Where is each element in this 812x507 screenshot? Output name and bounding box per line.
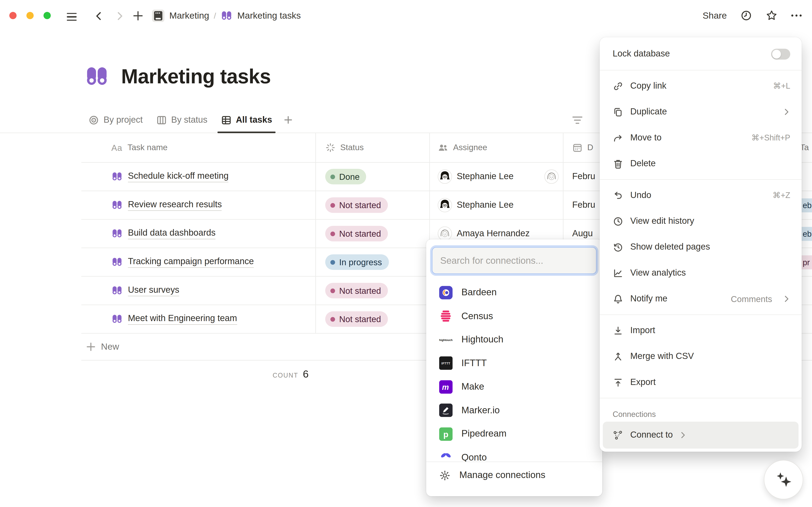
menu-item-export[interactable]: Export bbox=[600, 369, 802, 395]
connections-popup: Bardeen Census hightouch Hightouch IFTTT… bbox=[426, 239, 603, 496]
task-cell[interactable]: User surveys bbox=[81, 277, 316, 304]
menu-right-value: Comments bbox=[731, 294, 772, 304]
search-input[interactable] bbox=[432, 255, 596, 266]
assignee-cell[interactable]: Stephanie Lee bbox=[430, 191, 564, 219]
close-window-button[interactable] bbox=[9, 12, 16, 19]
gear-icon bbox=[439, 469, 451, 481]
avatar bbox=[438, 169, 452, 184]
menu-item-connect-to[interactable]: Connect to bbox=[603, 421, 799, 448]
hightouch-logo-icon: hightouch bbox=[439, 333, 453, 346]
task-cell[interactable]: Meet with Engineering team bbox=[81, 305, 316, 333]
breadcrumb-separator: / bbox=[214, 11, 216, 20]
share-button[interactable]: Share bbox=[703, 10, 727, 21]
task-cell[interactable]: Review research results bbox=[81, 191, 316, 219]
plus-icon bbox=[284, 115, 293, 124]
count-cell[interactable]: COUNT6 bbox=[81, 368, 316, 380]
breadcrumb-page[interactable]: Marketing tasks bbox=[237, 10, 301, 21]
connections-section-label: Connections bbox=[600, 401, 802, 421]
menu-item-move-to[interactable]: Move to ⌘+Shift+P bbox=[600, 125, 802, 151]
tab-label: By project bbox=[104, 115, 143, 125]
tab-all-tasks[interactable]: All tasks bbox=[214, 108, 279, 132]
menu-item-label: View analytics bbox=[630, 268, 790, 278]
menu-item-show-deleted-pages[interactable]: Show deleted pages bbox=[600, 234, 802, 260]
column-header-task-name[interactable]: Aa Task name bbox=[81, 133, 316, 162]
assignee-cell[interactable]: Stephanie Lee bbox=[430, 163, 564, 190]
status-badge: Not started bbox=[339, 286, 381, 296]
page-binoculars-icon[interactable] bbox=[84, 64, 109, 89]
breadcrumb-root[interactable]: Marketing bbox=[169, 10, 209, 21]
marketing-page-icon bbox=[152, 9, 165, 22]
connection-item-marker-io[interactable]: Marker.io bbox=[426, 398, 603, 422]
status-cell[interactable]: Not started bbox=[316, 277, 430, 304]
avatar bbox=[438, 198, 452, 213]
manage-connections-button[interactable]: Manage connections bbox=[426, 462, 603, 488]
zoom-window-button[interactable] bbox=[44, 12, 51, 19]
add-view-button[interactable] bbox=[279, 108, 298, 132]
task-title-link[interactable]: Build data dashboards bbox=[128, 228, 215, 239]
connection-item-ifttt[interactable]: IFTTT IFTTT bbox=[426, 351, 603, 375]
status-cell[interactable]: Not started bbox=[316, 191, 430, 219]
connection-item-pipedream[interactable]: p Pipedream bbox=[426, 422, 603, 446]
clock-history-icon[interactable] bbox=[740, 10, 752, 21]
connection-item-make[interactable]: m Make bbox=[426, 375, 603, 398]
tab-by-status[interactable]: By status bbox=[149, 108, 214, 132]
connection-item-hightouch[interactable]: hightouch Hightouch bbox=[426, 328, 603, 351]
task-title-link[interactable]: Meet with Engineering team bbox=[128, 314, 237, 325]
menu-item-notify-me[interactable]: Notify me Comments bbox=[600, 286, 802, 312]
connection-item-bardeen[interactable]: Bardeen bbox=[426, 281, 603, 304]
column-header-assignee[interactable]: Assignee bbox=[430, 133, 564, 162]
favorite-star-icon[interactable] bbox=[765, 9, 777, 22]
task-title-link[interactable]: Schedule kick-off meeting bbox=[128, 171, 229, 182]
more-options-icon[interactable] bbox=[791, 14, 802, 17]
binoculars-icon bbox=[112, 200, 123, 211]
menu-item-delete[interactable]: Delete bbox=[600, 151, 802, 177]
filter-icon[interactable] bbox=[571, 114, 584, 126]
menu-item-undo[interactable]: Undo ⌘+Z bbox=[600, 182, 802, 208]
task-title-link[interactable]: Tracking campaign performance bbox=[128, 257, 254, 268]
connection-label: Qonto bbox=[461, 452, 487, 461]
menu-item-lock-database[interactable]: Lock database bbox=[600, 40, 802, 67]
make-logo-icon: m bbox=[439, 380, 453, 394]
task-cell[interactable]: Tracking campaign performance bbox=[81, 248, 316, 276]
menu-item-label: Copy link bbox=[630, 81, 766, 91]
status-badge: Done bbox=[339, 172, 360, 182]
menu-item-label: View edit history bbox=[630, 216, 790, 226]
forward-icon[interactable] bbox=[114, 11, 125, 21]
binoculars-icon bbox=[221, 10, 233, 22]
menu-item-label: Import bbox=[630, 325, 790, 336]
menu-item-view-analytics[interactable]: View analytics bbox=[600, 260, 802, 286]
manage-connections-label: Manage connections bbox=[459, 470, 545, 481]
task-cell[interactable]: Schedule kick-off meeting bbox=[81, 163, 316, 190]
notion-ai-button[interactable] bbox=[764, 460, 803, 499]
status-cell[interactable]: Done bbox=[316, 163, 430, 190]
task-title-link[interactable]: User surveys bbox=[128, 285, 179, 296]
menu-item-label: Notify me bbox=[630, 294, 724, 304]
menu-item-copy-link[interactable]: Copy link ⌘+L bbox=[600, 73, 802, 99]
new-row-label: New bbox=[101, 341, 119, 352]
menu-item-view-edit-history[interactable]: View edit history bbox=[600, 208, 802, 234]
menu-item-merge-with-csv[interactable]: Merge with CSV bbox=[600, 343, 802, 369]
menu-item-import[interactable]: Import bbox=[600, 318, 802, 343]
avatar bbox=[544, 169, 559, 184]
status-cell[interactable]: Not started bbox=[316, 220, 430, 247]
lock-database-toggle[interactable] bbox=[771, 48, 791, 59]
sidebar-menu-icon[interactable] bbox=[67, 13, 77, 21]
column-header-status[interactable]: Status bbox=[316, 133, 430, 162]
status-cell[interactable]: In progress bbox=[316, 248, 430, 276]
new-page-icon[interactable] bbox=[133, 10, 143, 21]
connection-label: Make bbox=[461, 381, 484, 392]
tab-by-project[interactable]: By project bbox=[82, 108, 149, 132]
menu-item-duplicate[interactable]: Duplicate bbox=[600, 99, 802, 125]
task-title-link[interactable]: Review research results bbox=[128, 200, 222, 211]
connection-item-census[interactable]: Census bbox=[426, 304, 603, 328]
minimize-window-button[interactable] bbox=[26, 12, 34, 19]
chevron-right-icon bbox=[783, 295, 790, 302]
back-icon[interactable] bbox=[94, 11, 104, 21]
svg-text:IFTTT: IFTTT bbox=[441, 362, 450, 365]
status-badge: Not started bbox=[339, 200, 381, 210]
connection-item-qonto[interactable]: Qonto bbox=[426, 446, 603, 461]
svg-text:p: p bbox=[443, 430, 448, 439]
window-titlebar: Marketing / Marketing tasks Share bbox=[0, 0, 812, 31]
status-cell[interactable]: Not started bbox=[316, 305, 430, 333]
task-cell[interactable]: Build data dashboards bbox=[81, 220, 316, 247]
